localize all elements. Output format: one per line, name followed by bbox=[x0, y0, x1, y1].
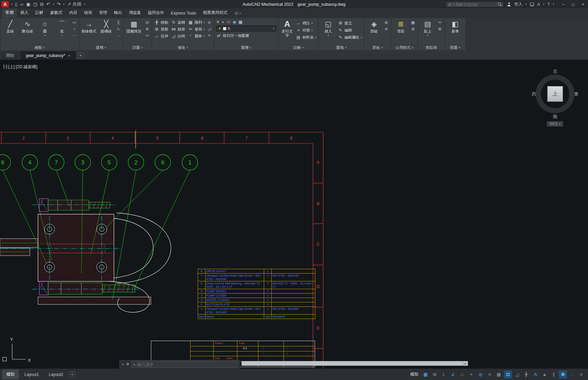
maximize-button[interactable]: □ bbox=[568, 0, 578, 8]
snap-icon[interactable]: ⊞ bbox=[431, 371, 439, 379]
qat-customize-caret-icon[interactable]: ▾ bbox=[84, 3, 85, 6]
wcs-menu[interactable]: WCS ▾ bbox=[547, 121, 563, 126]
dynamic-ucs-icon[interactable]: ◿ bbox=[513, 371, 521, 379]
share-button[interactable]: ↗ 共用 bbox=[67, 1, 81, 7]
layer-properties-icon[interactable]: ▦ bbox=[239, 20, 242, 24]
group-panel-label[interactable]: 群組 ▾ bbox=[365, 44, 391, 50]
store-cart-icon[interactable] bbox=[530, 2, 534, 6]
osnap-tracking-icon[interactable]: ⌖ bbox=[467, 371, 475, 379]
ellipse-icon[interactable]: ○ bbox=[72, 26, 77, 32]
horizontal-scrollbar[interactable]: ▸ bbox=[241, 361, 468, 366]
modify-panel-label[interactable]: 修改 ▾ bbox=[152, 44, 214, 50]
compass-north-label[interactable]: 北 bbox=[553, 68, 557, 75]
layer-freeze-icon[interactable]: ◐ bbox=[222, 20, 224, 24]
create-block-button[interactable]: ⊞建立 bbox=[338, 20, 362, 26]
help-search-input[interactable] bbox=[448, 2, 496, 6]
layer-lock-icon[interactable]: ⊘ bbox=[227, 20, 230, 24]
view-cube-top-face[interactable]: 上 bbox=[547, 86, 563, 102]
insert-block-button[interactable]: ◱ 插入 ▾ bbox=[320, 19, 336, 38]
stretch-button[interactable]: ↔拉伸 bbox=[154, 33, 168, 39]
drawing-viewport[interactable]: 2 3 4 5 6 7 8 A B C D E 6 4 bbox=[0, 60, 588, 368]
selection-cycling-icon[interactable]: ⊡ bbox=[504, 371, 512, 379]
symbol-button[interactable]: ⌖符號▾ bbox=[296, 27, 316, 33]
erase-icon[interactable]: ⊘ bbox=[207, 20, 212, 25]
bom-button[interactable]: ▤材料表▾ bbox=[296, 34, 316, 40]
explode-icon[interactable]: ≡ bbox=[207, 33, 212, 38]
detail-panel-label[interactable]: 詳圖 ▾ bbox=[123, 44, 152, 50]
rectangle-icon[interactable]: ▭ bbox=[72, 20, 77, 25]
app-menu-caret-icon[interactable]: ▾ bbox=[11, 3, 13, 6]
compass-west-label[interactable]: 西 bbox=[532, 91, 536, 97]
ribbon-tab-output[interactable]: 輸出 bbox=[111, 8, 125, 18]
construction-extra3-icon[interactable]: → bbox=[116, 33, 121, 38]
clipboard-panel-label[interactable]: 剪貼簿 bbox=[418, 44, 444, 50]
app-store-caret-icon[interactable]: ▾ bbox=[543, 3, 544, 6]
help-search-box[interactable] bbox=[446, 1, 504, 7]
construction-extra1-icon[interactable]: ╳ bbox=[116, 20, 121, 25]
mtext-button[interactable]: A 多行文字 bbox=[280, 19, 294, 37]
construction-line-button[interactable]: ╳ 建構線 bbox=[98, 19, 114, 33]
command-close-icon[interactable]: × bbox=[122, 362, 124, 366]
file-tab-start[interactable]: 開始 bbox=[1, 51, 20, 60]
arc-button[interactable]: ⌒ 弧 ▾ bbox=[54, 19, 70, 38]
view-panel-label[interactable]: 視圖 ▾ bbox=[445, 44, 465, 50]
move-button[interactable]: ╋移動 bbox=[154, 19, 168, 25]
paste-button[interactable]: ▤ 貼上 ▾ bbox=[420, 19, 435, 38]
quick-select-icon[interactable]: ⊞ bbox=[410, 26, 416, 32]
ortho-icon[interactable]: L bbox=[440, 371, 448, 379]
help-icon[interactable]: ? bbox=[547, 2, 550, 7]
draw-panel-label[interactable]: 繪製 ▾ bbox=[1, 44, 79, 50]
customization-icon[interactable]: ≡ bbox=[577, 371, 585, 379]
minimize-button[interactable]: – bbox=[558, 0, 568, 8]
group-edit-icon[interactable]: ⊞ bbox=[384, 20, 389, 25]
close-button[interactable]: × bbox=[578, 0, 588, 8]
edit-block-button[interactable]: ✎編輯 bbox=[338, 27, 362, 33]
measure-button[interactable]: ≣ 等距 bbox=[393, 19, 409, 33]
circle-button[interactable]: ○ 圓 ▾ bbox=[37, 19, 53, 38]
mirror-button[interactable]: ⋈鏡射 bbox=[171, 26, 185, 32]
polar-tracking-icon[interactable]: ∠ bbox=[449, 371, 457, 379]
polyline-button[interactable]: ∿ 聚合線 bbox=[20, 19, 35, 33]
undo-caret-icon[interactable]: ▾ bbox=[53, 3, 54, 6]
dimension-button[interactable]: ↔標註▾ bbox=[296, 20, 316, 26]
hide-situation-button[interactable]: ▩ 隱藏情況 bbox=[125, 19, 143, 33]
edit-attributes-button[interactable]: ✎編輯屬性▾ bbox=[338, 34, 362, 40]
view-control[interactable]: [上] bbox=[8, 64, 15, 70]
osnap-icon[interactable]: ◎ bbox=[476, 371, 485, 379]
help-caret-icon[interactable]: ▾ bbox=[553, 3, 554, 6]
cut-icon[interactable]: ✂ bbox=[437, 20, 443, 25]
move-to-layer-button[interactable]: ⇄ 移到另一個圖層 bbox=[216, 33, 276, 39]
ribbon-tab-manage[interactable]: 管理 bbox=[96, 8, 111, 18]
tab-close-icon[interactable]: × bbox=[68, 54, 70, 58]
file-tab-active-drawing[interactable]: gear_pump_subassy* × bbox=[20, 51, 76, 60]
transparency-icon[interactable]: ▩ bbox=[495, 371, 503, 379]
ribbon-tab-annotate[interactable]: 註解 bbox=[32, 8, 47, 18]
user-icon[interactable] bbox=[507, 2, 511, 6]
parts-list-table[interactable]: 8DRIVE SHAFT1 7Hexagon Socket Head Cap S… bbox=[198, 269, 315, 319]
ribbon-tab-parametric[interactable]: 參數式 bbox=[47, 8, 66, 18]
new-layout-button[interactable]: + bbox=[69, 372, 75, 377]
view-cube[interactable]: 北 南 西 東 上 WCS ▾ bbox=[530, 68, 581, 129]
copy-button[interactable]: ⊞複製 bbox=[154, 26, 168, 32]
dynamic-input-icon[interactable]: ╋ bbox=[522, 371, 530, 379]
command-customize-icon[interactable]: ⚙ bbox=[126, 362, 129, 366]
viewport-menu-control[interactable]: [-] bbox=[3, 64, 7, 70]
layout-tab-model[interactable]: 模型 bbox=[2, 369, 19, 379]
compass-east-label[interactable]: 東 bbox=[574, 91, 579, 97]
construction-extra2-icon[interactable]: ∿ bbox=[116, 26, 121, 32]
draw-more-icon[interactable]: ⋯ bbox=[72, 33, 77, 38]
balloons[interactable]: 6 4 7 3 5 2 6 1 bbox=[0, 155, 198, 170]
save-icon[interactable]: ▣ bbox=[26, 1, 30, 7]
compass-south-label[interactable]: 南 bbox=[553, 114, 557, 120]
pump-section[interactable] bbox=[0, 199, 171, 312]
group-button[interactable]: ◈ 群組 bbox=[366, 19, 382, 33]
model-paper-toggle[interactable]: 模型 bbox=[410, 372, 418, 377]
construction-panel-label[interactable]: 建構 ▾ bbox=[79, 44, 123, 50]
undo-icon[interactable]: ↶ bbox=[46, 1, 50, 7]
visual-style-control[interactable]: [2D 線架構] bbox=[16, 64, 38, 70]
signin-caret-icon[interactable]: ▾ bbox=[525, 3, 527, 6]
quick-calc-icon[interactable]: ▦ bbox=[410, 20, 416, 25]
ribbon-tab-content[interactable]: 內容 bbox=[66, 8, 81, 18]
app-menu-button[interactable]: A bbox=[1, 1, 9, 7]
open-icon[interactable]: ▱ bbox=[20, 1, 23, 7]
